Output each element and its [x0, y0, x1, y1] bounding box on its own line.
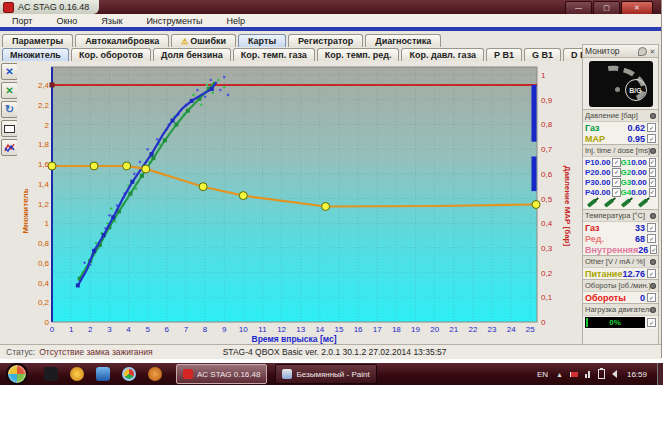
battery-icon[interactable] — [598, 369, 605, 379]
tab-кор. темп. ред.[interactable]: Кор. темп. ред. — [317, 48, 400, 61]
checkbox[interactable]: ✓ — [647, 123, 656, 132]
clear-green-button[interactable]: ✕ — [1, 82, 18, 99]
value-number: 26 — [638, 245, 648, 255]
section-header-label: Inj. time / dose [ms] — [585, 146, 650, 155]
checkbox[interactable]: ✓ — [649, 158, 656, 167]
value-label: Ред. — [585, 234, 604, 244]
pinned-app-icon[interactable] — [44, 367, 58, 381]
gas-curve-blue-marker — [130, 180, 134, 184]
left-tick-label: 0,6 — [38, 259, 50, 268]
action-center-icon[interactable] — [570, 372, 578, 377]
close-panel-icon[interactable]: ✕ — [649, 48, 656, 55]
show-curves-button[interactable] — [1, 139, 18, 156]
pinned-app-icon[interactable] — [148, 367, 162, 381]
select-area-button[interactable] — [1, 120, 18, 137]
tab-диагностика[interactable]: Диагностика — [365, 34, 441, 47]
x-tick-label: 18 — [392, 325, 401, 334]
checkbox[interactable]: ✓ — [650, 245, 657, 254]
tab-регистратор[interactable]: Регистратор — [288, 34, 363, 47]
gauge-icon[interactable] — [650, 307, 656, 313]
tab-p b1[interactable]: P B1 — [486, 48, 522, 61]
gauge-icon[interactable] — [650, 283, 656, 289]
x-tick-label: 17 — [373, 325, 382, 334]
menu-item-язык[interactable]: Язык — [89, 16, 134, 26]
menu-bar: ПортОкноЯзыкИнструментыHelp — [0, 14, 661, 28]
start-button[interactable] — [6, 363, 28, 385]
checkbox[interactable]: ✓ — [647, 223, 656, 232]
checkbox[interactable]: ✓ — [647, 134, 656, 143]
refresh-button[interactable]: ↻ — [1, 101, 18, 118]
show-curves-icon — [4, 142, 15, 153]
gauge-icon[interactable] — [650, 259, 656, 265]
map-tab-row: МножительКор. оборотовДоля бензинаКор. т… — [2, 48, 601, 61]
task-button[interactable]: Безымянный - Paint — [275, 364, 376, 384]
gauge-icon[interactable] — [650, 213, 656, 219]
pair-half: G30.00✓ — [621, 178, 657, 187]
tab-автокалибровка[interactable]: Автокалибровка — [75, 34, 169, 47]
x-tick-label: 22 — [468, 325, 477, 334]
left-tick-label: 0,4 — [38, 279, 50, 288]
x-tick-label: 20 — [430, 325, 439, 334]
checkbox[interactable]: ✓ — [649, 178, 656, 187]
gas-curve-green-marker — [163, 138, 167, 142]
checkbox[interactable]: ✓ — [612, 178, 620, 187]
tab-g b1[interactable]: G B1 — [524, 48, 561, 61]
clear-blue-button[interactable]: ✕ — [1, 63, 18, 80]
pin-icon[interactable] — [638, 47, 647, 56]
tray-expand-icon[interactable]: ▲ — [556, 371, 563, 378]
checkbox[interactable]: ✓ — [649, 168, 656, 177]
pinned-app-icon[interactable] — [96, 367, 110, 381]
tab-кор. давл. газа[interactable]: Кор. давл. газа — [401, 48, 484, 61]
value-number: 0.00 — [595, 168, 611, 177]
gauge-icon[interactable] — [650, 113, 656, 119]
language-indicator[interactable]: EN — [537, 370, 548, 379]
show-desktop-button[interactable] — [657, 363, 663, 385]
tab-доля бензина[interactable]: Доля бензина — [153, 48, 231, 61]
right-tick-label: 0,6 — [541, 170, 553, 179]
speaker-icon[interactable] — [612, 370, 617, 378]
title-bar[interactable]: AC STAG 0.16.48 — ▢ ✕ — [0, 0, 661, 14]
value-label: G1 — [621, 158, 632, 167]
multiplier-curve-marker — [90, 162, 98, 170]
pinned-app-icon[interactable] — [70, 367, 84, 381]
value-label: P4 — [585, 188, 595, 197]
menu-item-инструменты[interactable]: Инструменты — [134, 16, 214, 26]
menu-item-порт[interactable]: Порт — [0, 16, 44, 26]
title-patch: AC STAG 0.16.48 — [0, 0, 99, 14]
minimize-button[interactable]: — — [565, 1, 592, 15]
clock[interactable]: 16:59 — [627, 370, 647, 379]
pair-half: G10.00✓ — [621, 158, 657, 167]
right-tick-label: 0,4 — [541, 219, 553, 228]
checkbox[interactable]: ✓ — [649, 188, 656, 197]
tab-кор. оборотов[interactable]: Кор. оборотов — [71, 48, 151, 61]
y-axis-right-title: Давление MAP [бар] — [563, 166, 572, 247]
menu-item-окно[interactable]: Окно — [44, 16, 89, 26]
tab-кор. темп. газа[interactable]: Кор. темп. газа — [233, 48, 315, 61]
tab-параметры[interactable]: Параметры — [2, 34, 73, 47]
close-button[interactable]: ✕ — [621, 1, 653, 15]
tab-карты[interactable]: Карты — [238, 34, 286, 47]
checkbox[interactable]: ✓ — [647, 293, 656, 302]
multiplier-chart[interactable]: 00,20,40,60,811,21,41,61,822,22,400,10,2… — [17, 61, 580, 344]
network-icon[interactable] — [585, 371, 591, 378]
chart-svg[interactable]: 00,20,40,60,811,21,41,61,822,22,400,10,2… — [17, 61, 580, 344]
browser-icon[interactable] — [122, 367, 136, 381]
checkbox[interactable]: ✓ — [647, 234, 656, 243]
tab-label: Параметры — [12, 36, 63, 46]
tab-label: Ошибки — [190, 36, 226, 46]
tab-множитель[interactable]: Множитель — [2, 48, 69, 61]
right-tick-label: 0,5 — [541, 195, 553, 204]
tab-ошибки[interactable]: ⚠Ошибки — [171, 34, 236, 47]
checkbox[interactable]: ✓ — [647, 318, 656, 327]
screen: AC STAG 0.16.48 — ▢ ✕ ПортОкноЯзыкИнстру… — [0, 0, 670, 447]
task-button[interactable]: AC STAG 0.16.48 — [176, 364, 267, 384]
checkbox[interactable]: ✓ — [612, 188, 620, 197]
checkbox[interactable]: ✓ — [612, 158, 620, 167]
checkbox[interactable]: ✓ — [647, 269, 656, 278]
maximize-button[interactable]: ▢ — [593, 1, 620, 15]
right-tick-label: 0,9 — [541, 96, 553, 105]
right-tick-label: 1 — [541, 71, 546, 80]
checkbox[interactable]: ✓ — [612, 168, 620, 177]
gauge-icon[interactable] — [650, 148, 656, 154]
menu-item-help[interactable]: Help — [215, 16, 258, 26]
